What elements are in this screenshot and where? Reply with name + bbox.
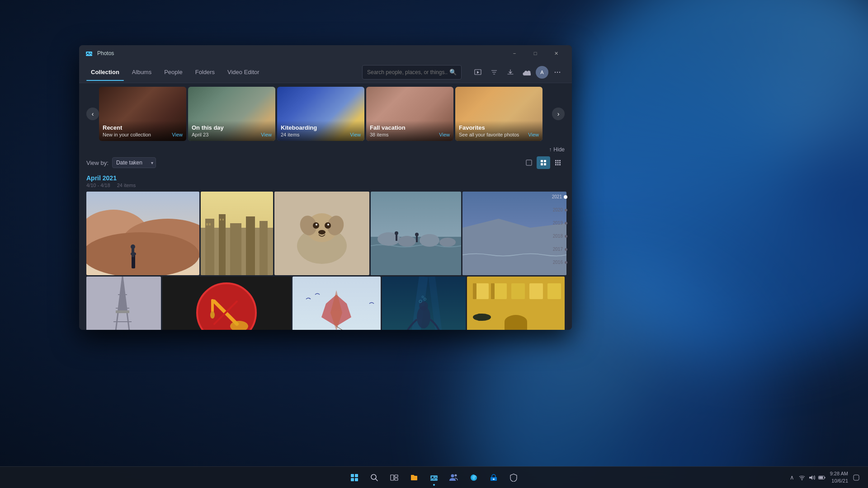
svg-rect-37 [246, 216, 255, 275]
year-item-2016[interactable]: 2016 [553, 260, 567, 265]
year-item-2017[interactable]: 2017 [553, 247, 567, 252]
photo-item[interactable] [292, 277, 381, 330]
svg-point-9 [559, 71, 560, 72]
featured-prev-button[interactable]: ‹ [86, 108, 99, 120]
start-button[interactable] [345, 469, 363, 487]
featured-card-favorites[interactable]: Favorites See all your favorite photos V… [455, 87, 542, 141]
battery-icon[interactable] [817, 473, 826, 482]
svg-rect-12 [544, 160, 546, 162]
search-box[interactable]: 🔍 [362, 65, 462, 80]
svg-rect-100 [491, 283, 495, 299]
featured-view-recent[interactable]: View [172, 132, 183, 137]
tray-expand-icon[interactable]: ∧ [788, 473, 797, 482]
teams-button[interactable] [445, 469, 463, 487]
view-mode-grid-medium[interactable] [537, 156, 550, 169]
photo-item[interactable] [86, 192, 199, 275]
year-item-2019[interactable]: 2019 [553, 221, 567, 225]
store-button[interactable] [485, 469, 503, 487]
svg-rect-124 [824, 477, 825, 478]
year-dot-2017 [565, 248, 567, 251]
slideshow-button[interactable] [471, 65, 485, 80]
menu-bar: Collection Albums People Folders Video E… [79, 61, 572, 83]
year-item-2021[interactable]: 2021 [552, 194, 567, 199]
svg-rect-11 [541, 160, 543, 162]
svg-rect-21 [555, 164, 557, 165]
year-item-2020[interactable]: 2020 [553, 207, 567, 212]
tab-people[interactable]: People [160, 66, 187, 78]
edge-button[interactable] [465, 469, 483, 487]
featured-view-fallvacation[interactable]: View [439, 132, 450, 137]
svg-point-7 [555, 71, 556, 72]
file-explorer-button[interactable] [405, 469, 423, 487]
import-button[interactable] [503, 65, 518, 80]
window-controls: − □ ✕ [504, 45, 566, 61]
cloud-button[interactable] [519, 65, 534, 80]
featured-title-favorites: Favorites [459, 124, 539, 131]
photo-inner [86, 192, 199, 275]
featured-sub-onthisday: April 23 View [192, 132, 272, 137]
view-mode-list[interactable] [522, 156, 536, 169]
photo-item[interactable] [162, 277, 291, 330]
photo-inner [462, 192, 566, 275]
search-input[interactable] [367, 69, 448, 75]
photo-item[interactable] [274, 192, 369, 275]
photo-grid-row-2 [86, 277, 565, 330]
svg-rect-94 [475, 283, 489, 299]
tab-collection[interactable]: Collection [86, 66, 124, 78]
featured-card-recent[interactable]: Recent New in your collection View [99, 87, 186, 141]
svg-rect-114 [395, 478, 398, 480]
svg-point-56 [398, 236, 416, 247]
year-dot-2021 [564, 195, 567, 199]
tab-albums[interactable]: Albums [127, 66, 156, 78]
content-area: ‹ Recent New in your collection View [79, 83, 572, 330]
taskbar-time: 9:28 AM [830, 470, 848, 477]
year-label-2020: 2020 [553, 207, 563, 212]
photo-grid-row-1 [86, 192, 565, 275]
svg-rect-23 [559, 164, 561, 165]
featured-next-button[interactable]: › [552, 108, 565, 120]
svg-rect-16 [557, 160, 559, 161]
featured-scroll: Recent New in your collection View On th… [99, 87, 552, 141]
security-button[interactable] [505, 469, 523, 487]
close-button[interactable]: ✕ [546, 45, 566, 61]
tab-folders[interactable]: Folders [191, 66, 219, 78]
photo-item[interactable] [462, 192, 566, 275]
svg-rect-97 [529, 283, 543, 299]
featured-card-kiteboarding[interactable]: Kiteboarding 24 items View [277, 87, 364, 141]
photo-item[interactable] [86, 277, 161, 330]
featured-card-onthisday[interactable]: On this day April 23 View [188, 87, 275, 141]
svg-rect-108 [351, 478, 354, 481]
photo-item[interactable] [201, 192, 273, 275]
maximize-button[interactable]: □ [525, 45, 546, 61]
view-mode-grid-small[interactable] [551, 156, 565, 169]
year-timeline: 2021 2020 2019 2018 2017 2016 [552, 194, 567, 265]
hide-button[interactable]: ↑ Hide [549, 146, 565, 153]
photos-taskbar-button[interactable] [425, 469, 443, 487]
minimize-button[interactable]: − [504, 45, 525, 61]
photo-item[interactable] [371, 192, 461, 275]
volume-icon[interactable] [807, 473, 816, 482]
featured-view-onthisday[interactable]: View [261, 132, 272, 137]
photo-inner [292, 277, 381, 330]
photo-item[interactable] [467, 277, 565, 330]
notification-icon[interactable] [852, 473, 861, 482]
wifi-icon[interactable] [797, 473, 807, 482]
featured-view-favorites[interactable]: View [528, 132, 539, 137]
svg-rect-126 [854, 475, 859, 480]
more-options-button[interactable] [550, 65, 565, 80]
taskbar-search-button[interactable] [365, 469, 383, 487]
svg-rect-13 [541, 163, 543, 165]
filter-button[interactable] [487, 65, 501, 80]
task-view-button[interactable] [385, 469, 403, 487]
featured-card-fallvacation[interactable]: Fall vacation 38 items View [366, 87, 453, 141]
tab-video-editor[interactable]: Video Editor [223, 66, 264, 78]
user-avatar[interactable]: A [536, 66, 548, 79]
taskbar-clock[interactable]: 9:28 AM 10/6/21 [830, 470, 848, 484]
svg-rect-125 [819, 476, 823, 479]
featured-view-kiteboarding[interactable]: View [350, 132, 361, 137]
year-item-2018[interactable]: 2018 [553, 234, 567, 239]
photo-item[interactable] [382, 277, 466, 330]
taskbar: ∧ [0, 466, 868, 488]
view-by-select[interactable]: Date taken Date added Name [112, 157, 156, 168]
photo-inner [371, 192, 461, 275]
